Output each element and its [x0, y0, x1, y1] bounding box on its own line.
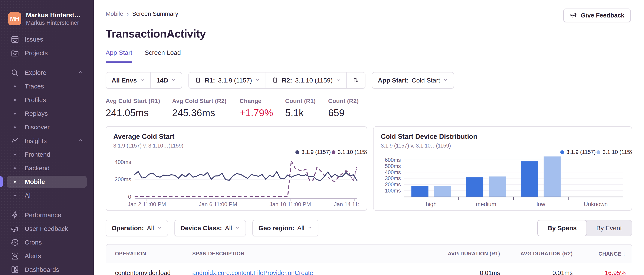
chart-subtitle: 3.1.9 (1157) v. 3.1.10…(1159) [381, 143, 624, 149]
chevron-up-icon[interactable] [78, 137, 84, 145]
svg-text:Jan 2 11:00 PM: Jan 2 11:00 PM [128, 201, 166, 207]
sidebar-item-explore[interactable]: Explore [7, 67, 87, 79]
tab-app-start[interactable]: App Start [106, 49, 132, 63]
siren-icon [10, 251, 20, 261]
sidebar-item-label: Performance [25, 211, 61, 219]
column-change[interactable]: CHANGE↓ [573, 250, 626, 257]
date-range-filter[interactable]: 14D [150, 73, 182, 88]
column-span-description[interactable]: SPAN DESCRIPTION [192, 251, 436, 257]
date-range-value: 14D [156, 77, 168, 84]
tab-bar: App Start Screen Load [94, 49, 644, 62]
column-operation[interactable]: OPERATION [115, 251, 192, 257]
sidebar-item-replays[interactable]: Replays [7, 107, 87, 120]
sidebar-item-traces[interactable]: Traces [7, 80, 87, 93]
metric-label: Count (R2) [328, 98, 359, 104]
sidebar-item-crons[interactable]: Crons [7, 236, 87, 248]
chevron-up-icon[interactable] [78, 69, 84, 77]
chevron-down-icon [171, 77, 176, 84]
bullet-icon [14, 113, 16, 114]
env-range-filter-group: All Envs 14D [106, 72, 182, 89]
metric-value: 659 [328, 107, 359, 119]
table-row: contentprovider.load androidx.core.conte… [106, 263, 632, 275]
sidebar-item-projects[interactable]: Projects [7, 47, 87, 59]
sidebar-item-user-feedback[interactable]: User Feedback [7, 222, 87, 235]
breadcrumb-mobile[interactable]: Mobile [106, 11, 123, 17]
svg-text:400ms: 400ms [385, 169, 401, 175]
r2-value: 3.1.10 (1159) [295, 77, 333, 84]
sidebar-item-issues[interactable]: Issues [7, 33, 87, 46]
release-r1-selector[interactable]: R1: 3.1.9 (1157) [189, 73, 266, 88]
sidebar-item-performance[interactable]: Performance [7, 209, 87, 221]
tab-screen-load[interactable]: Screen Load [144, 49, 181, 62]
sidebar-item-insights[interactable]: Insights [7, 135, 87, 147]
spans-event-toggle: By Spans By Event [537, 220, 632, 236]
chevron-down-icon [140, 77, 145, 84]
metric-value: +1.79% [240, 107, 285, 119]
geo-region-filter[interactable]: Geo region: All [253, 220, 318, 236]
line-chart: 0200ms400msJan 2 11:00 PMJan 6 11:00 PMJ… [113, 150, 359, 208]
swap-releases-button[interactable] [346, 73, 365, 88]
sidebar-item-label: Profiles [25, 96, 46, 104]
user-org: Markus Hintersteiner [26, 20, 81, 26]
chart-subtitle: 3.1.9 (1157) v. 3.1.10…(1159) [113, 143, 360, 149]
bullet-icon [14, 195, 16, 196]
metric-avg-cold-start-r1: Avg Cold Start (R1) 241.05ms [106, 98, 172, 119]
mobile-release-icon [194, 76, 202, 85]
chevron-down-icon [255, 77, 260, 84]
give-feedback-label: Give Feedback [581, 12, 624, 19]
user-menu[interactable]: MH Markus Hinterst… Markus Hintersteiner [7, 0, 87, 28]
sidebar-item-backend[interactable]: Backend [7, 162, 87, 174]
give-feedback-button[interactable]: Give Feedback [563, 9, 631, 22]
column-avg-duration-r2[interactable]: AVG DURATION (R2) [500, 251, 573, 257]
sidebar-item-ai[interactable]: AI [7, 189, 87, 202]
app-start-type-filter[interactable]: App Start: Cold Start [372, 73, 454, 88]
sidebar-item-dashboards[interactable]: Dashboards [7, 263, 87, 275]
column-avg-duration-r1[interactable]: AVG DURATION (R1) [436, 251, 500, 257]
breadcrumb-screen-summary: Screen Summary [132, 11, 178, 17]
chevron-down-icon [157, 224, 162, 232]
svg-text:Jan 14 11:00 PM: Jan 14 11:00 PM [334, 201, 359, 207]
sidebar-item-label: Alerts [25, 252, 41, 260]
geo-region-filter-group: Geo region: All [252, 220, 318, 236]
sidebar-item-profiles[interactable]: Profiles [7, 94, 87, 106]
svg-text:0: 0 [128, 194, 131, 200]
clock-history-icon [10, 238, 20, 247]
avg-cold-start-chart-card: Average Cold Start 3.1.9 (1157) v. 3.1.1… [106, 126, 367, 211]
svg-text:high: high [426, 201, 436, 207]
environment-filter[interactable]: All Envs [106, 73, 150, 88]
breadcrumb: Mobile › Screen Summary [106, 10, 178, 18]
svg-text:600ms: 600ms [385, 157, 401, 163]
device-class-filter[interactable]: Device Class: All [175, 220, 246, 236]
span-description-link[interactable]: androidx.core.content.FileProvider.onCre… [192, 269, 313, 275]
sidebar-item-discover[interactable]: Discover [7, 121, 87, 133]
geo-region-label: Geo region: [258, 224, 294, 232]
sidebar-item-label: Mobile [25, 178, 45, 185]
toggle-by-spans[interactable]: By Spans [537, 220, 587, 236]
chevron-down-icon [336, 77, 341, 84]
sidebar-item-mobile[interactable]: Mobile [7, 176, 87, 188]
metrics-row: Avg Cold Start (R1) 241.05ms Avg Cold St… [106, 98, 632, 119]
lightning-icon [10, 210, 20, 220]
dashboards-icon [10, 265, 20, 274]
sidebar-item-alerts[interactable]: Alerts [7, 250, 87, 262]
filter-row: All Envs 14D R1: 3.1.9 (1157) [106, 72, 632, 89]
page-title: TransactionActivity [106, 27, 632, 40]
topbar: Mobile › Screen Summary Give Feedback [94, 0, 644, 22]
device-class-value: All [225, 224, 232, 232]
svg-text:Jan 6 11:00 PM: Jan 6 11:00 PM [199, 201, 237, 207]
bar-chart: 100ms200ms300ms400ms500ms600mshighmedium… [381, 150, 625, 208]
sidebar-item-frontend[interactable]: Frontend [7, 148, 87, 161]
operation-filter[interactable]: Operation: All [106, 220, 168, 236]
megaphone-icon [10, 224, 20, 233]
toggle-by-event[interactable]: By Event [586, 220, 632, 236]
release-r2-selector[interactable]: R2: 3.1.10 (1159) [266, 73, 346, 88]
metric-count-r1: Count (R1) 5.1k [285, 98, 328, 119]
metric-count-r2: Count (R2) 659 [328, 98, 359, 119]
bullet-icon [14, 86, 16, 87]
metric-label: Avg Cold Start (R1) [106, 98, 172, 104]
metric-value: 241.05ms [106, 107, 172, 119]
bullet-icon [14, 99, 16, 101]
sidebar-item-label: User Feedback [25, 225, 68, 232]
chevron-down-icon [307, 224, 312, 232]
sidebar-item-label: Discover [25, 124, 50, 131]
